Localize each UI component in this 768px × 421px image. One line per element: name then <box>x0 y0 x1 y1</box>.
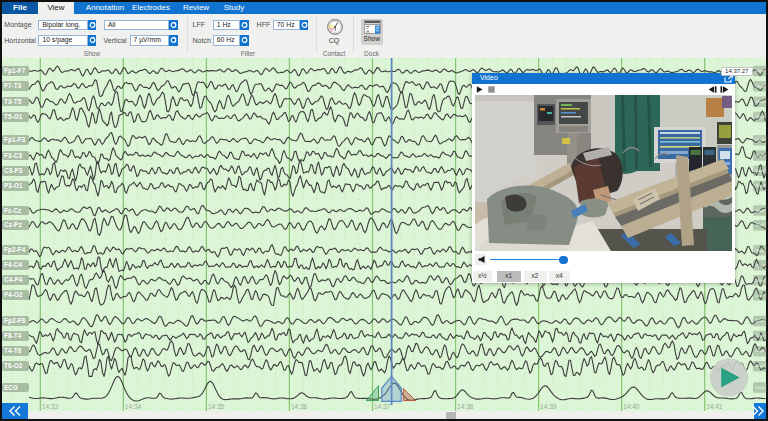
svg-text:50µV: 50µV <box>756 114 766 119</box>
svg-text:50µV: 50µV <box>756 293 766 298</box>
svg-text:50µV: 50µV <box>756 84 766 89</box>
svg-text:50µV: 50µV <box>756 348 766 353</box>
svg-text:50µV: 50µV <box>756 318 766 323</box>
svg-text:50µV: 50µV <box>756 208 766 213</box>
svg-text:50µV: 50µV <box>756 99 766 104</box>
svg-text:50µV: 50µV <box>756 333 766 338</box>
svg-text:50µV: 50µV <box>756 263 766 268</box>
svg-text:50µV: 50µV <box>756 248 766 253</box>
svg-text:50µV: 50µV <box>756 183 766 188</box>
svg-text:50µV: 50µV <box>756 363 766 368</box>
svg-text:50µV: 50µV <box>756 153 766 158</box>
svg-text:50µV: 50µV <box>756 278 766 283</box>
svg-text:50µV: 50µV <box>756 385 766 390</box>
svg-text:50µV: 50µV <box>756 68 766 73</box>
svg-text:50µV: 50µV <box>756 137 766 142</box>
svg-text:50µV: 50µV <box>756 222 766 227</box>
svg-text:50µV: 50µV <box>756 168 766 173</box>
